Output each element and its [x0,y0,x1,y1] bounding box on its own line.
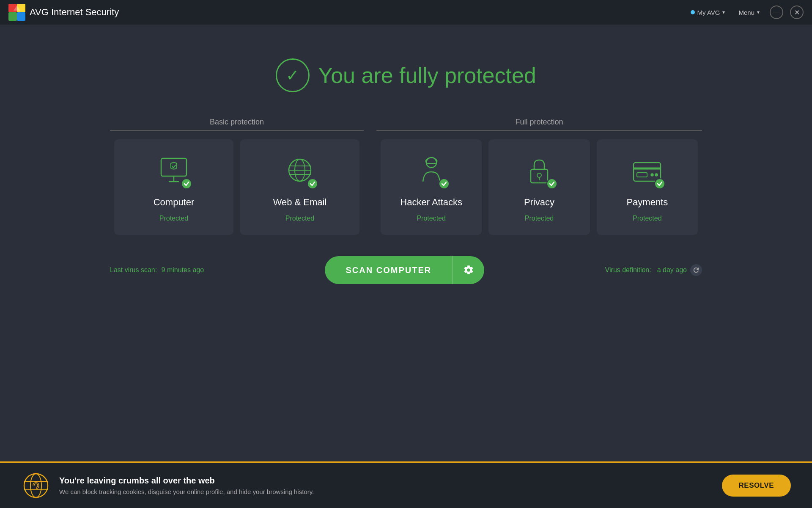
notification-description: We can block tracking cookies, disguise … [59,488,722,495]
virus-def-value: a day ago [657,266,687,274]
hacker-icon-wrap [412,152,450,190]
web-check-badge [307,178,318,189]
check-icon [657,181,663,187]
full-protection-header: Full protection [376,118,702,131]
check-icon [441,181,447,187]
web-email-card-title: Web & Email [273,197,327,208]
close-button[interactable]: ✕ [790,6,804,19]
scan-button-wrap: SCAN COMPUTER [325,256,485,284]
last-scan-value: 9 minutes ago [162,266,204,273]
svg-point-22 [655,174,658,176]
computer-check-badge [181,178,192,189]
svg-rect-3 [17,12,25,21]
minimize-button[interactable]: — [770,6,783,19]
privacy-check-badge [546,178,557,189]
basic-protection-label: Basic protection [110,118,364,127]
check-icon [184,181,189,187]
svg-point-23 [24,474,48,497]
svg-rect-2 [8,12,17,21]
computer-card[interactable]: Computer Protected [114,139,233,235]
privacy-card-status: Protected [525,215,554,222]
svg-point-16 [537,173,541,177]
svg-point-24 [30,474,41,497]
basic-protection-section: Basic protection [110,118,364,235]
payments-card[interactable]: Payments Protected [597,139,698,235]
status-dot-icon [691,10,695,14]
payments-card-status: Protected [633,215,661,222]
checkmark-icon: ✓ [286,66,299,85]
scan-area: Last virus scan: 9 minutes ago SCAN COMP… [110,256,702,284]
status-text: You are fully protected [318,63,536,88]
scan-computer-button[interactable]: SCAN COMPUTER [325,256,453,284]
refresh-icon [692,266,700,274]
main-content: ✓ You are fully protected Basic protecti… [0,25,812,284]
privacy-card[interactable]: Privacy Protected [488,139,590,235]
myavg-button[interactable]: My AVG ▾ [687,7,729,18]
notification-text: You're leaving crumbs all over the web W… [59,476,722,495]
titlebar-right: My AVG ▾ Menu ▾ — ✕ [687,6,804,19]
scan-settings-button[interactable] [453,256,484,284]
privacy-icon-wrap [520,152,558,190]
computer-card-status: Protected [159,215,188,222]
check-icon [549,181,555,187]
web-email-card-status: Protected [285,215,314,222]
svg-point-21 [651,174,653,176]
tracking-icon [21,471,51,500]
cards-section: Basic protection [110,118,702,235]
resolve-button[interactable]: RESOLVE [722,475,791,497]
svg-rect-18 [634,163,661,181]
gear-icon [463,265,474,276]
basic-protection-line [110,130,364,131]
basic-protection-header: Basic protection [110,118,364,131]
chevron-down-icon: ▾ [722,9,725,15]
avg-logo-icon [8,4,25,21]
check-icon [310,181,315,187]
logo-area: AVG Internet Security [8,4,119,21]
hacker-check-badge [439,178,450,189]
menu-button[interactable]: Menu ▾ [735,7,763,18]
hacker-card-status: Protected [417,215,445,222]
svg-rect-15 [531,169,548,183]
status-header: ✓ You are fully protected [276,58,536,92]
refresh-button[interactable] [690,264,702,276]
privacy-card-title: Privacy [524,197,554,208]
basic-cards-row: Computer Protected [110,139,364,235]
status-circle-icon: ✓ [276,58,310,92]
notification-title: You're leaving crumbs all over the web [59,476,722,486]
hacker-card-title: Hacker Attacks [400,197,462,208]
last-scan-text: Last virus scan: 9 minutes ago [110,266,204,274]
chevron-down-icon: ▾ [757,9,760,15]
web-email-card[interactable]: Web & Email Protected [240,139,359,235]
full-protection-section: Full protection [376,118,702,235]
hacker-attacks-card[interactable]: Hacker Attacks Protected [381,139,482,235]
payments-card-title: Payments [626,197,668,208]
computer-icon-wrap [155,152,193,190]
full-protection-line [376,130,702,131]
notification-bar: You're leaving crumbs all over the web W… [0,461,812,508]
payments-icon-wrap [628,152,666,190]
svg-rect-20 [637,173,647,177]
full-protection-label: Full protection [376,118,702,127]
virus-definition-text: Virus definition: a day ago [605,264,702,276]
titlebar: AVG Internet Security My AVG ▾ Menu ▾ — … [0,0,812,25]
full-cards-row: Hacker Attacks Protected [376,139,702,235]
app-title: AVG Internet Security [30,7,119,18]
web-email-icon-wrap [281,152,319,190]
computer-card-title: Computer [154,197,195,208]
